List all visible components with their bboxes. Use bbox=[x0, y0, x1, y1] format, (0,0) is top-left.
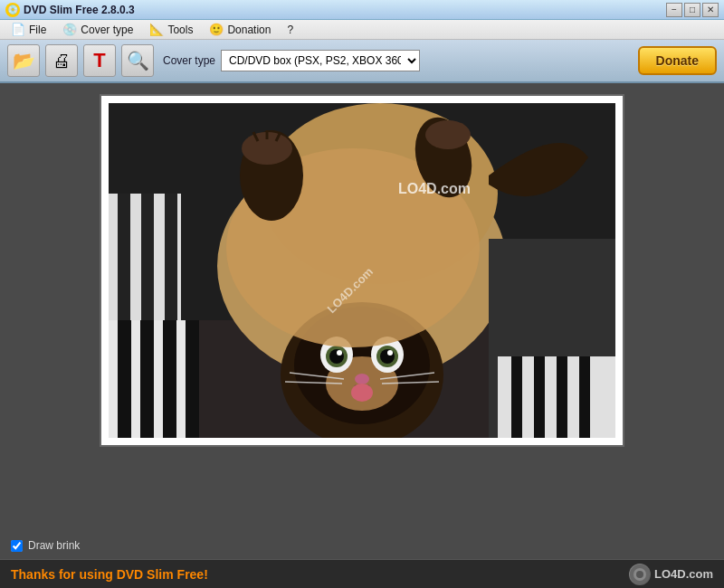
text-icon: T bbox=[93, 49, 105, 72]
menu-help[interactable]: ? bbox=[280, 22, 300, 38]
footer-logo: LO4D.com bbox=[629, 564, 713, 585]
cover-type-label: Cover type bbox=[163, 54, 215, 67]
title-bar-left: 💿 DVD Slim Free 2.8.0.3 bbox=[5, 3, 135, 17]
svg-rect-4 bbox=[140, 320, 154, 438]
menu-tools[interactable]: 📐 Tools bbox=[142, 21, 200, 38]
cat-display: LO4D.com LO4D.com bbox=[109, 103, 615, 438]
svg-text:LO4D.com: LO4D.com bbox=[398, 181, 471, 196]
menu-donation-label: Donation bbox=[227, 24, 271, 36]
title-bar-controls: − □ ✕ bbox=[666, 3, 719, 17]
app-icon: 💿 bbox=[5, 3, 20, 17]
donate-button[interactable]: Donate bbox=[638, 46, 717, 75]
svg-point-19 bbox=[337, 350, 342, 356]
svg-rect-40 bbox=[579, 356, 590, 438]
svg-point-17 bbox=[329, 349, 344, 364]
svg-point-49 bbox=[636, 571, 643, 578]
svg-rect-42 bbox=[118, 194, 130, 320]
print-button[interactable]: 🖨 bbox=[45, 44, 78, 77]
draw-brink-label[interactable]: Draw brink bbox=[28, 539, 80, 552]
svg-rect-5 bbox=[163, 320, 176, 438]
menu-help-label: ? bbox=[287, 24, 293, 36]
print-icon: 🖨 bbox=[52, 51, 71, 71]
footer: Thanks for using DVD Slim Free! LO4D.com bbox=[0, 559, 724, 588]
menu-covertype[interactable]: 💿 Cover type bbox=[55, 21, 140, 38]
menu-donation[interactable]: 🙂 Donation bbox=[202, 21, 278, 38]
window-title: DVD Slim Free 2.8.0.3 bbox=[24, 4, 135, 16]
svg-point-21 bbox=[355, 374, 369, 384]
footer-message: Thanks for using DVD Slim Free! bbox=[11, 567, 208, 582]
svg-point-31 bbox=[425, 120, 471, 149]
main-content: LO4D.com LO4D.com bbox=[0, 83, 724, 532]
svg-rect-37 bbox=[511, 356, 522, 438]
svg-point-22 bbox=[351, 384, 373, 402]
covertype-menu-icon: 💿 bbox=[62, 23, 77, 36]
draw-brink-checkbox[interactable] bbox=[11, 540, 23, 552]
search-icon: 🔍 bbox=[127, 50, 149, 71]
menu-file-label: File bbox=[29, 24, 46, 36]
menu-tools-label: Tools bbox=[167, 24, 193, 36]
svg-rect-39 bbox=[557, 356, 567, 438]
search-button[interactable]: 🔍 bbox=[121, 44, 154, 77]
maximize-button[interactable]: □ bbox=[684, 3, 700, 17]
close-button[interactable]: ✕ bbox=[702, 3, 719, 17]
svg-point-18 bbox=[380, 349, 395, 364]
open-icon: 📂 bbox=[13, 50, 35, 71]
text-button[interactable]: T bbox=[83, 44, 116, 77]
title-bar: 💿 DVD Slim Free 2.8.0.3 − □ ✕ bbox=[0, 0, 724, 20]
toolbar: 📂 🖨 T 🔍 Cover type CD/DVD box (PSX, PS2,… bbox=[0, 40, 724, 83]
minimize-button[interactable]: − bbox=[666, 3, 682, 17]
svg-rect-43 bbox=[141, 194, 154, 320]
image-frame: LO4D.com LO4D.com bbox=[100, 94, 624, 447]
lo4d-logo-svg bbox=[629, 564, 651, 585]
svg-rect-6 bbox=[186, 320, 199, 438]
svg-rect-3 bbox=[118, 320, 131, 438]
cat-image: LO4D.com LO4D.com bbox=[109, 103, 615, 438]
checkbox-area: Draw brink bbox=[0, 532, 724, 559]
file-menu-icon: 📄 bbox=[11, 23, 25, 36]
lo4d-icon bbox=[629, 564, 651, 585]
open-button[interactable]: 📂 bbox=[7, 44, 40, 77]
cover-type-dropdown[interactable]: CD/DVD box (PSX, PS2, XBOX 360)DVD caseB… bbox=[221, 50, 420, 71]
svg-rect-38 bbox=[534, 356, 545, 438]
menu-file[interactable]: 📄 File bbox=[4, 21, 53, 38]
svg-point-20 bbox=[387, 350, 393, 356]
footer-logo-text: LO4D.com bbox=[654, 567, 713, 581]
menu-covertype-label: Cover type bbox=[81, 24, 133, 36]
menu-bar: 📄 File 💿 Cover type 📐 Tools 🙂 Donation ? bbox=[0, 20, 724, 40]
donation-menu-icon: 🙂 bbox=[209, 23, 224, 36]
tools-menu-icon: 📐 bbox=[149, 23, 164, 36]
svg-rect-44 bbox=[165, 194, 177, 320]
